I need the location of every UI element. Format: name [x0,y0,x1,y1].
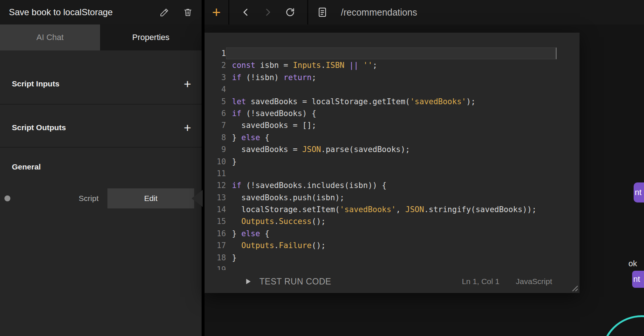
line-number: 10 [205,156,226,168]
cursor-position: Ln 1, Col 1 [462,277,499,286]
code-line[interactable]: 7 savedBooks = []; [205,119,580,131]
test-run-code-button[interactable]: TEST RUN CODE [242,276,333,287]
toolbar-separator [307,0,308,24]
decorative-arc [601,315,644,336]
refresh-button[interactable] [280,0,301,24]
code-line-text: if (!isbn) return; [226,72,557,83]
code-line-text [226,83,557,95]
code-line[interactable]: 2const isbn = Inputs.ISBN || ''; [205,59,580,71]
tab-properties[interactable]: Properties [100,24,202,50]
trash-icon [183,7,193,17]
code-line-text: if (!savedBooks) { [226,108,557,119]
line-number: 5 [205,96,226,108]
code-line[interactable]: 17 Outputs.Failure(); [205,240,580,251]
code-line[interactable]: 3if (!isbn) return; [205,72,580,83]
code-line-text: if (!savedBooks.includes(isbn)) { [226,179,557,191]
page-button[interactable] [312,0,333,24]
forward-button[interactable] [258,0,278,24]
edit-script-button[interactable]: Edit [107,188,194,208]
section-script-outputs: Script Outputs + [12,116,196,139]
occluded-text-fragment[interactable]: ok [628,259,637,269]
code-line-text [226,47,557,59]
code-line[interactable]: 19 [205,264,580,270]
delete-button[interactable] [182,6,194,19]
code-line-text: let savedBooks = localStorage.getItem('s… [226,96,557,108]
pencil-icon [159,7,169,17]
panel-divider [202,0,205,336]
line-number: 7 [205,119,226,131]
line-number: 4 [205,83,226,95]
code-line-text: savedBooks = []; [226,119,557,131]
code-line-text: const isbn = Inputs.ISBN || ''; [226,59,557,71]
back-button[interactable] [235,0,256,24]
toolbar-add-button[interactable]: + [205,0,228,24]
add-script-output-button[interactable]: + [179,119,196,136]
script-outputs-label: Script Outputs [12,123,66,132]
code-line[interactable]: 14 localStorage.setItem('savedBooks', JS… [205,204,580,215]
line-number: 15 [205,215,226,227]
refresh-icon [285,7,295,17]
app-window: Save book to localStorage AI Chat Proper… [0,0,644,336]
chevron-right-icon [263,7,273,17]
line-number: 19 [205,264,226,270]
test-run-code-label: TEST RUN CODE [259,277,331,287]
script-inputs-label: Script Inputs [12,79,59,88]
code-line[interactable]: 1 [205,47,580,59]
panel-header: Save book to localStorage [0,0,202,24]
line-number: 3 [205,72,226,83]
code-lines[interactable]: 12const isbn = Inputs.ISBN || '';3if (!i… [205,47,580,270]
general-section-label: General [12,162,41,171]
line-number: 1 [205,47,226,59]
code-line-text: Outputs.Success(); [226,215,557,227]
url-path[interactable]: /recommendations [341,7,417,18]
line-number: 12 [205,179,226,191]
panel-tabs: AI Chat Properties [0,24,202,50]
section-script-inputs: Script Inputs + [12,72,196,96]
toolbar-separator [228,0,229,24]
code-line[interactable]: 11 [205,168,580,179]
code-line[interactable]: 13 savedBooks.push(isbn); [205,192,580,204]
code-line-text: savedBooks = JSON.parse(savedBooks); [226,144,557,155]
line-number: 16 [205,228,226,240]
script-property-row: Script Edit [0,188,202,208]
code-line[interactable]: 15 Outputs.Success(); [205,215,580,227]
script-port-dot[interactable] [4,195,10,201]
line-number: 14 [205,204,226,215]
script-property-label: Script [79,188,99,208]
occluded-button-fragment[interactable]: nt [632,271,644,288]
section-divider [0,104,202,105]
add-script-input-button[interactable]: + [179,76,196,92]
line-number: 18 [205,252,226,264]
resize-grip[interactable] [568,281,578,292]
line-number: 13 [205,192,226,204]
code-line-text: Outputs.Failure(); [226,240,557,251]
rename-button[interactable] [158,6,170,19]
code-line[interactable]: 4 [205,83,580,95]
code-line[interactable]: 5let savedBooks = localStorage.getItem('… [205,96,580,108]
editor-status: Ln 1, Col 1 JavaScript [462,277,552,286]
code-line-text: } [226,252,557,264]
line-number: 17 [205,240,226,251]
code-line-text [226,168,557,179]
line-number: 2 [205,59,226,71]
code-line[interactable]: 9 savedBooks = JSON.parse(savedBooks); [205,144,580,155]
line-number: 6 [205,108,226,119]
code-line-text: } else { [226,132,557,144]
code-line-text: savedBooks.push(isbn); [226,192,557,204]
code-line[interactable]: 10} [205,156,580,168]
code-line-text: localStorage.setItem('savedBooks', JSON.… [226,204,557,215]
code-line[interactable]: 12if (!savedBooks.includes(isbn)) { [205,179,580,191]
code-line[interactable]: 16} else { [205,228,580,240]
preview-toolbar: + /recommendations [205,0,644,24]
language-label: JavaScript [516,277,552,286]
code-line[interactable]: 6if (!savedBooks) { [205,108,580,119]
tab-ai-chat[interactable]: AI Chat [0,24,100,50]
code-editor-popover: 12const isbn = Inputs.ISBN || '';3if (!i… [205,33,580,293]
line-number: 8 [205,132,226,144]
occluded-button-fragment[interactable]: nt [634,182,644,202]
play-icon [244,277,252,286]
document-icon [317,7,328,18]
node-title: Save book to localStorage [9,7,158,17]
code-line[interactable]: 18} [205,252,580,264]
code-line[interactable]: 8} else { [205,132,580,144]
